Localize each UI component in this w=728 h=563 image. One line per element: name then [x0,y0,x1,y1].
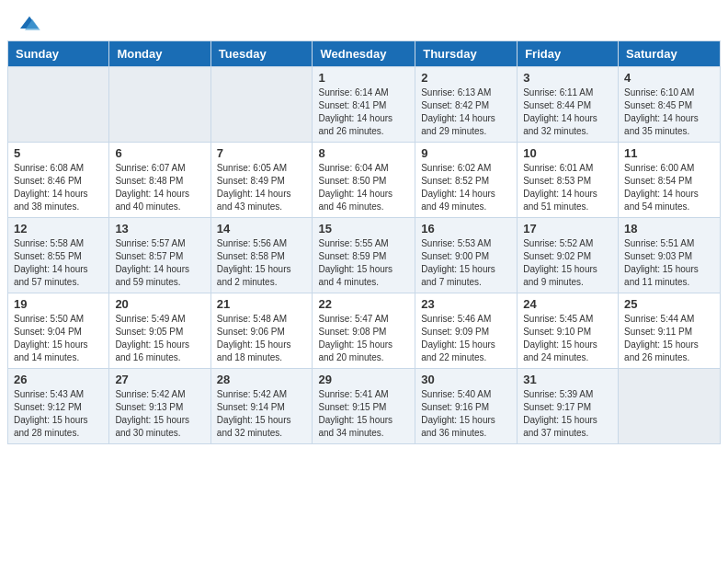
day-number: 26 [14,373,103,386]
calendar-week-row: 26Sunrise: 5:43 AM Sunset: 9:12 PM Dayli… [8,369,721,444]
day-info: Sunrise: 5:39 AM Sunset: 9:17 PM Dayligh… [523,388,612,440]
calendar-cell [210,67,313,143]
day-number: 30 [421,373,511,386]
calendar-cell: 20Sunrise: 5:49 AM Sunset: 9:05 PM Dayli… [109,293,210,369]
logo-icon [18,15,40,33]
calendar-cell: 22Sunrise: 5:47 AM Sunset: 9:08 PM Dayli… [313,293,415,369]
day-info: Sunrise: 5:43 AM Sunset: 9:12 PM Dayligh… [14,388,103,440]
day-header-saturday: Saturday [619,41,721,67]
calendar-cell: 8Sunrise: 6:04 AM Sunset: 8:50 PM Daylig… [313,143,415,218]
day-number: 15 [318,222,409,236]
day-info: Sunrise: 5:42 AM Sunset: 9:13 PM Dayligh… [115,388,204,440]
calendar-cell: 1Sunrise: 6:14 AM Sunset: 8:41 PM Daylig… [313,67,415,143]
calendar-cell: 19Sunrise: 5:50 AM Sunset: 9:04 PM Dayli… [8,293,109,369]
day-info: Sunrise: 6:08 AM Sunset: 8:46 PM Dayligh… [14,162,103,213]
day-info: Sunrise: 5:52 AM Sunset: 9:02 PM Dayligh… [523,237,612,289]
day-number: 19 [14,297,103,311]
calendar-cell: 26Sunrise: 5:43 AM Sunset: 9:12 PM Dayli… [8,369,109,444]
day-number: 21 [217,297,307,311]
calendar-cell: 14Sunrise: 5:56 AM Sunset: 8:58 PM Dayli… [210,218,313,293]
day-info: Sunrise: 5:48 AM Sunset: 9:06 PM Dayligh… [217,313,307,364]
day-info: Sunrise: 6:10 AM Sunset: 8:45 PM Dayligh… [624,86,714,138]
day-header-monday: Monday [109,41,210,67]
day-number: 22 [318,297,409,311]
calendar-cell: 18Sunrise: 5:51 AM Sunset: 9:03 PM Dayli… [619,218,721,293]
day-number: 24 [523,297,612,311]
day-info: Sunrise: 5:46 AM Sunset: 9:09 PM Dayligh… [421,313,511,364]
calendar-cell: 13Sunrise: 5:57 AM Sunset: 8:57 PM Dayli… [109,218,210,293]
day-info: Sunrise: 5:40 AM Sunset: 9:16 PM Dayligh… [421,388,511,440]
day-info: Sunrise: 6:14 AM Sunset: 8:41 PM Dayligh… [318,86,409,138]
day-info: Sunrise: 6:13 AM Sunset: 8:42 PM Dayligh… [421,86,511,138]
calendar-week-row: 5Sunrise: 6:08 AM Sunset: 8:46 PM Daylig… [8,143,721,218]
day-info: Sunrise: 6:00 AM Sunset: 8:54 PM Dayligh… [624,162,714,213]
day-header-wednesday: Wednesday [313,41,415,67]
day-info: Sunrise: 5:44 AM Sunset: 9:11 PM Dayligh… [624,313,714,364]
day-number: 28 [217,373,307,386]
day-number: 10 [523,146,612,160]
day-info: Sunrise: 5:56 AM Sunset: 8:58 PM Dayligh… [217,237,307,289]
calendar-cell: 28Sunrise: 5:42 AM Sunset: 9:14 PM Dayli… [210,369,313,444]
calendar-cell: 25Sunrise: 5:44 AM Sunset: 9:11 PM Dayli… [619,293,721,369]
day-info: Sunrise: 5:53 AM Sunset: 9:00 PM Dayligh… [421,237,511,289]
calendar-cell: 7Sunrise: 6:05 AM Sunset: 8:49 PM Daylig… [210,143,313,218]
day-info: Sunrise: 5:42 AM Sunset: 9:14 PM Dayligh… [217,388,307,440]
calendar-cell: 31Sunrise: 5:39 AM Sunset: 9:17 PM Dayli… [518,369,619,444]
day-number: 8 [318,146,409,160]
day-number: 18 [624,222,714,236]
day-number: 5 [14,146,103,160]
calendar-cell: 21Sunrise: 5:48 AM Sunset: 9:06 PM Dayli… [210,293,313,369]
day-number: 20 [115,297,204,311]
day-info: Sunrise: 6:05 AM Sunset: 8:49 PM Dayligh… [217,162,307,213]
day-info: Sunrise: 6:01 AM Sunset: 8:53 PM Dayligh… [523,162,612,213]
calendar-cell: 10Sunrise: 6:01 AM Sunset: 8:53 PM Dayli… [518,143,619,218]
day-info: Sunrise: 6:02 AM Sunset: 8:52 PM Dayligh… [421,162,511,213]
calendar-cell [619,369,721,444]
calendar-cell: 6Sunrise: 6:07 AM Sunset: 8:48 PM Daylig… [109,143,210,218]
day-number: 14 [217,222,307,236]
calendar-week-row: 1Sunrise: 6:14 AM Sunset: 8:41 PM Daylig… [8,67,721,143]
day-number: 7 [217,146,307,160]
day-number: 3 [523,71,612,85]
day-number: 31 [523,373,612,386]
day-header-tuesday: Tuesday [210,41,313,67]
day-number: 2 [421,71,511,85]
day-number: 6 [115,146,204,160]
calendar-cell: 16Sunrise: 5:53 AM Sunset: 9:00 PM Dayli… [415,218,518,293]
day-info: Sunrise: 5:50 AM Sunset: 9:04 PM Dayligh… [14,313,103,364]
day-info: Sunrise: 5:45 AM Sunset: 9:10 PM Dayligh… [523,313,612,364]
calendar-cell: 17Sunrise: 5:52 AM Sunset: 9:02 PM Dayli… [518,218,619,293]
logo [18,15,44,33]
day-info: Sunrise: 5:57 AM Sunset: 8:57 PM Dayligh… [115,237,204,289]
day-info: Sunrise: 5:55 AM Sunset: 8:59 PM Dayligh… [318,237,409,289]
day-number: 11 [624,146,714,160]
calendar-cell: 4Sunrise: 6:10 AM Sunset: 8:45 PM Daylig… [619,67,721,143]
day-info: Sunrise: 5:49 AM Sunset: 9:05 PM Dayligh… [115,313,204,364]
day-header-friday: Friday [518,41,619,67]
calendar-cell: 9Sunrise: 6:02 AM Sunset: 8:52 PM Daylig… [415,143,518,218]
calendar-cell [109,67,210,143]
day-info: Sunrise: 6:11 AM Sunset: 8:44 PM Dayligh… [523,86,612,138]
calendar-wrapper: SundayMondayTuesdayWednesdayThursdayFrid… [0,40,728,452]
day-header-thursday: Thursday [415,41,518,67]
day-number: 29 [318,373,409,386]
day-number: 4 [624,71,714,85]
calendar-cell: 11Sunrise: 6:00 AM Sunset: 8:54 PM Dayli… [619,143,721,218]
day-info: Sunrise: 6:04 AM Sunset: 8:50 PM Dayligh… [318,162,409,213]
calendar-header-row: SundayMondayTuesdayWednesdayThursdayFrid… [8,41,721,67]
day-number: 12 [14,222,103,236]
calendar-table: SundayMondayTuesdayWednesdayThursdayFrid… [7,40,721,444]
calendar-cell: 12Sunrise: 5:58 AM Sunset: 8:55 PM Dayli… [8,218,109,293]
page-header [0,0,728,40]
calendar-cell: 23Sunrise: 5:46 AM Sunset: 9:09 PM Dayli… [415,293,518,369]
calendar-cell: 3Sunrise: 6:11 AM Sunset: 8:44 PM Daylig… [518,67,619,143]
day-info: Sunrise: 5:41 AM Sunset: 9:15 PM Dayligh… [318,388,409,440]
day-number: 25 [624,297,714,311]
day-info: Sunrise: 6:07 AM Sunset: 8:48 PM Dayligh… [115,162,204,213]
calendar-week-row: 12Sunrise: 5:58 AM Sunset: 8:55 PM Dayli… [8,218,721,293]
day-info: Sunrise: 5:51 AM Sunset: 9:03 PM Dayligh… [624,237,714,289]
day-info: Sunrise: 5:47 AM Sunset: 9:08 PM Dayligh… [318,313,409,364]
calendar-cell: 5Sunrise: 6:08 AM Sunset: 8:46 PM Daylig… [8,143,109,218]
calendar-cell: 27Sunrise: 5:42 AM Sunset: 9:13 PM Dayli… [109,369,210,444]
calendar-cell: 15Sunrise: 5:55 AM Sunset: 8:59 PM Dayli… [313,218,415,293]
